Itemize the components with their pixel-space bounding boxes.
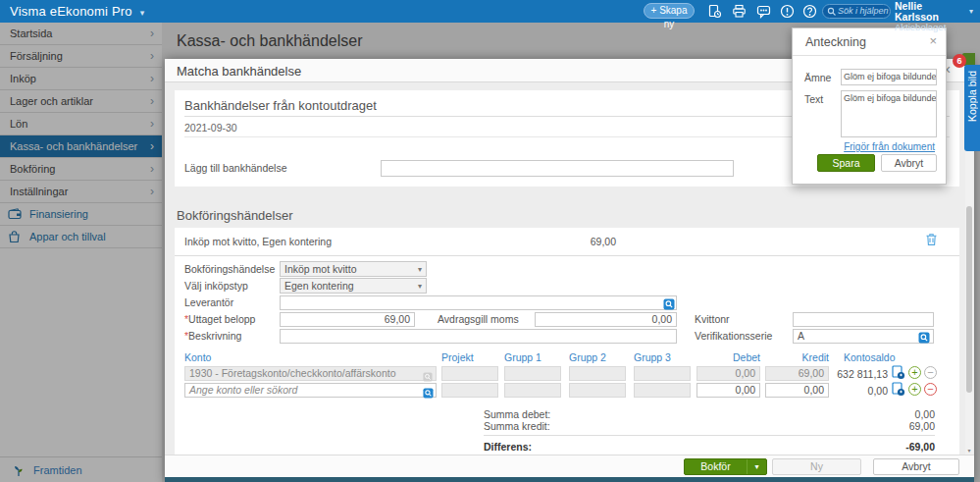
sum-kredit-value: 69,00 <box>763 420 935 432</box>
bottom-strip <box>165 477 974 482</box>
bank-event-date[interactable]: 2021-09-30 <box>184 121 237 135</box>
app-menu[interactable]: Visma eEkonomi Pro▾ <box>10 0 144 23</box>
chevron-down-icon[interactable]: ▾ <box>969 7 973 16</box>
kredit-input: 69,00 <box>765 366 829 381</box>
remove-row-icon[interactable]: − <box>924 383 937 396</box>
grupp1-input <box>504 366 561 381</box>
chevron-down-icon[interactable]: ▾ <box>747 459 766 474</box>
add-bank-event-label: Lägg till bankhändelse <box>184 161 287 176</box>
divider <box>793 55 946 56</box>
close-icon[interactable]: × <box>929 33 937 48</box>
diff-label: Differens: <box>484 441 532 453</box>
chat-icon[interactable] <box>756 4 772 20</box>
add-bank-event-input[interactable] <box>381 160 734 177</box>
kontosaldo-value: 632 811,13 <box>834 368 888 380</box>
divider <box>484 435 935 436</box>
text-label: Text <box>804 93 823 105</box>
scroll-down-icon[interactable]: ▾ <box>965 447 973 454</box>
sum-debet-label: Summa debet: <box>484 408 550 420</box>
note-title: Anteckning <box>805 35 866 49</box>
col-header-kredit[interactable]: Kredit <box>765 351 829 363</box>
projekt-input <box>441 366 498 381</box>
trash-icon[interactable] <box>925 233 938 250</box>
plus-icon: + <box>651 5 657 16</box>
col-header-konto[interactable]: Konto <box>184 351 211 363</box>
series-input[interactable]: A <box>793 329 934 344</box>
description-input[interactable] <box>280 329 677 344</box>
konto-lookup-icon[interactable] <box>423 385 434 402</box>
app-title: Visma eEkonomi Pro <box>10 4 132 19</box>
receipt-no-label: Kvittonr <box>695 312 730 327</box>
konto-input[interactable]: Ange konto eller sökord <box>184 383 437 398</box>
projekt-input <box>441 383 498 398</box>
vat-input[interactable]: 0,00 <box>535 312 677 327</box>
post-button[interactable]: Bokför ▾ <box>684 458 767 475</box>
remove-row-icon-disabled: − <box>924 366 937 379</box>
supplier-input[interactable] <box>280 295 677 310</box>
chevron-down-icon: ▾ <box>418 263 422 277</box>
cancel-button[interactable]: Avbryt <box>881 154 937 172</box>
purchase-type-select[interactable]: Egen kontering ▾ <box>280 278 427 294</box>
chevron-down-icon: ▾ <box>418 280 422 294</box>
entry-amount: 69,00 <box>498 235 616 249</box>
cancel-button[interactable]: Avbryt <box>873 458 959 475</box>
user-menu[interactable]: Nellie Karlsson Aktiebolaget <box>895 1 967 32</box>
grupp3-input <box>634 383 691 398</box>
help-icon[interactable] <box>802 4 818 20</box>
withdrawn-input[interactable]: 69,00 <box>280 312 415 327</box>
subject-label: Ämne <box>804 72 831 83</box>
col-header-grupp3[interactable]: Grupp 3 <box>634 351 671 363</box>
series-label: Verifikationsserie <box>695 329 772 344</box>
col-header-grupp1[interactable]: Grupp 1 <box>504 351 542 363</box>
alert-icon[interactable] <box>780 4 796 20</box>
add-row-icon[interactable]: + <box>908 383 921 396</box>
add-row-icon[interactable]: + <box>908 366 921 379</box>
col-header-kontosaldo[interactable]: Kontosaldo <box>844 351 896 363</box>
series-lookup-icon[interactable] <box>918 330 930 348</box>
diff-value: -69,00 <box>763 441 935 453</box>
col-header-grupp2[interactable]: Grupp 2 <box>569 351 606 363</box>
note-popup: Anteckning × Ämne Glöm ej bifoga bildund… <box>792 27 947 185</box>
kredit-input[interactable]: 0,00 <box>765 383 829 398</box>
event-label: Bokföringshändelse <box>184 262 275 277</box>
account-document-icon[interactable] <box>891 382 905 401</box>
withdrawn-label: *Uttaget belopp <box>184 312 255 327</box>
app-window: Visma eEkonomi Pro▾ + Skapa ny Sök i hjä… <box>0 0 980 482</box>
chevron-down-icon: ▾ <box>140 8 145 18</box>
booking-section-title: Bokföringshändelser <box>177 208 293 223</box>
col-header-projekt[interactable]: Projekt <box>441 351 474 363</box>
grupp2-input <box>569 383 626 398</box>
kontosaldo-value: 0,00 <box>834 385 888 397</box>
search-placeholder: Sök i hjälpen <box>838 6 889 16</box>
subject-input[interactable]: Glöm ej bifoga bildunderlag <box>841 69 937 85</box>
divider <box>175 255 959 256</box>
notification-badge: 6 <box>953 54 966 68</box>
konto-input: 1930 - Företagskonto/checkkonto/affärsko… <box>184 366 437 381</box>
release-document-link[interactable]: Frigör från dokument <box>844 141 935 152</box>
topbar: Visma eEkonomi Pro▾ + Skapa ny Sök i hjä… <box>0 0 980 23</box>
save-button[interactable]: Spara <box>817 154 875 172</box>
search-icon <box>827 7 837 17</box>
modal-action-bar: Bokför ▾ Ny bokföringshändelse Avbryt <box>165 455 974 477</box>
purchase-type-label: Välj inköpstyp <box>184 279 248 294</box>
help-search-input[interactable]: Sök i hjälpen <box>822 4 891 19</box>
text-textarea[interactable]: Glöm ej bifoga bildunderlag <box>841 90 937 137</box>
print-icon[interactable] <box>732 4 748 20</box>
description-label: *Beskrivning <box>184 329 241 344</box>
receipt-no-input[interactable] <box>793 312 934 327</box>
sum-kredit-label: Summa kredit: <box>484 420 550 432</box>
modal-title: Matcha bankhändelse <box>177 64 301 79</box>
user-name: Nellie Karlsson <box>895 1 967 23</box>
entry-title: Inköp mot kvitto, Egen kontering <box>184 235 332 249</box>
sum-debet-value: 0,00 <box>763 408 935 420</box>
attach-image-tab[interactable]: Koppla bild <box>964 65 980 151</box>
debet-input: 0,00 <box>696 366 760 381</box>
recent-documents-icon[interactable] <box>707 4 723 20</box>
debet-input[interactable]: 0,00 <box>696 383 760 398</box>
col-header-debet[interactable]: Debet <box>696 351 760 363</box>
grupp1-input <box>504 383 561 398</box>
event-select[interactable]: Inköp mot kvitto ▾ <box>280 261 427 277</box>
create-new-button[interactable]: + Skapa ny <box>644 3 695 19</box>
scrollbar-thumb[interactable] <box>966 206 972 393</box>
booking-panel: Inköp mot kvitto, Egen kontering 69,00 B… <box>175 228 959 455</box>
